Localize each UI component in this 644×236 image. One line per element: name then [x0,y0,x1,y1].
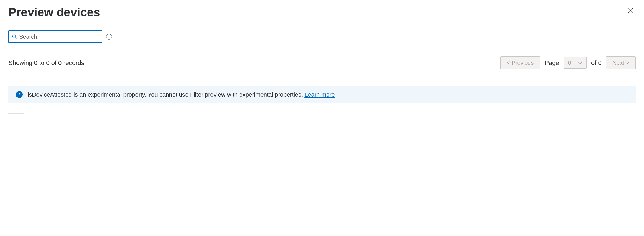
close-icon [627,11,634,15]
close-button[interactable] [625,6,636,17]
info-banner-message: isDeviceAttested is an experimental prop… [28,91,304,98]
separator [8,113,24,114]
of-label: of 0 [591,59,602,67]
info-banner-text: isDeviceAttested is an experimental prop… [28,91,335,98]
page-select[interactable]: 0 [564,57,587,69]
previous-button[interactable]: < Previous [500,56,540,69]
results-summary: Showing 0 to 0 of 0 records [8,59,84,67]
page-title: Preview devices [8,6,100,19]
pagination: < Previous Page 0 of 0 Next > [500,56,636,69]
svg-line-3 [15,38,17,39]
svg-point-2 [12,35,16,38]
search-icon [12,34,17,39]
info-banner: i isDeviceAttested is an experimental pr… [8,86,636,103]
learn-more-link[interactable]: Learn more [304,91,335,98]
info-icon[interactable]: i [106,34,112,40]
chevron-down-icon [578,62,582,64]
search-input[interactable] [19,34,99,40]
next-button[interactable]: Next > [606,56,636,69]
info-banner-icon: i [16,91,23,98]
search-box[interactable] [8,30,102,43]
separator [8,131,24,131]
page-label: Page [545,59,559,67]
page-select-value: 0 [568,60,571,66]
